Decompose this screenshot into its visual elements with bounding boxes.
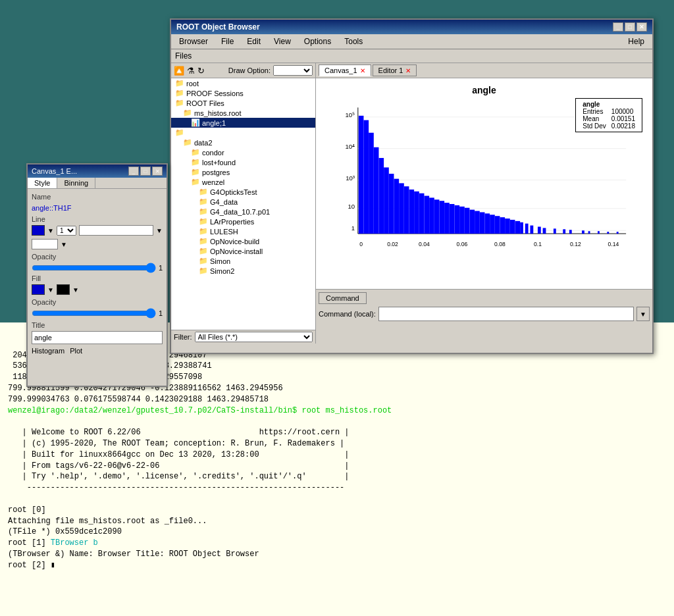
legend-entries-value: 100000: [609, 108, 638, 115]
tree-item-lulesh[interactable]: 📁 LULESH: [171, 226, 315, 236]
fill-pattern-box[interactable]: [57, 284, 70, 295]
tree-item-label: ms_histos.root: [194, 109, 242, 117]
tree-item-data2[interactable]: 📁 data2: [171, 138, 315, 147]
files-bar: Files: [171, 49, 652, 63]
histogram-container: angle angle Entries 100000 Mean 0.00151: [316, 78, 652, 289]
maximize-button[interactable]: □: [625, 22, 635, 32]
tree-item-lostfound[interactable]: 📁 lost+found: [171, 157, 315, 167]
draw-option-select[interactable]: [273, 65, 313, 76]
svg-rect-60: [582, 230, 584, 234]
minimize-button[interactable]: _: [613, 22, 623, 32]
tree-item-proof[interactable]: 📁 PROOF Sessions: [171, 88, 315, 98]
svg-rect-52: [520, 222, 523, 234]
line-row: ▼ 1 2 ▼: [32, 225, 163, 236]
tree-item-label: root: [186, 80, 199, 88]
title-input[interactable]: [32, 331, 163, 344]
canvas-tab-1[interactable]: Canvas_1 ✕: [319, 64, 371, 76]
terminal-line: [8, 494, 666, 505]
filter-bar: Filter: All Files (*.*): [171, 330, 315, 344]
svg-rect-32: [419, 193, 425, 234]
tab-style[interactable]: Style: [28, 178, 57, 188]
tree-item-angle[interactable]: 📊 angle;1: [171, 118, 315, 128]
editor-body: Name angle::TH1F Line ▼ 1 2 ▼ ▼ Opacity …: [28, 189, 167, 359]
tab-binning[interactable]: Binning: [57, 178, 95, 188]
terminal-prompt: wenzel@irago:/data2/wenzel/gputest_10.7.…: [8, 405, 666, 417]
opacity-value: 1: [159, 264, 163, 272]
command-input[interactable]: [378, 307, 634, 321]
editor-maximize-button[interactable]: □: [140, 167, 151, 176]
opacity-slider[interactable]: [32, 263, 156, 273]
sort-icon[interactable]: 🔼: [174, 66, 184, 76]
fill-color-box[interactable]: [32, 284, 45, 295]
menu-tools[interactable]: Tools: [339, 36, 368, 47]
menu-view[interactable]: View: [269, 36, 296, 47]
terminal-line: ----------------------------------------…: [8, 482, 666, 494]
tree-item-postgres[interactable]: 📁 postgres: [171, 167, 315, 177]
svg-text:10⁵: 10⁵: [345, 111, 355, 118]
tree-item-g4data[interactable]: 📁 G4_data: [171, 197, 315, 207]
menu-help[interactable]: Help: [623, 36, 650, 47]
menu-file[interactable]: File: [216, 36, 239, 47]
menu-edit[interactable]: Edit: [242, 36, 266, 47]
editor-window: Canvas_1 E... _ □ ✕ Style Binning Name a…: [26, 163, 168, 387]
refresh-icon[interactable]: ↻: [197, 66, 205, 76]
svg-rect-59: [569, 230, 572, 234]
editor-close-button[interactable]: ✕: [152, 167, 163, 176]
histogram-label: Histogram: [32, 347, 65, 355]
folder-icon: 📁: [199, 227, 208, 236]
svg-rect-45: [484, 213, 490, 234]
editor-tab-close[interactable]: ✕: [405, 67, 411, 74]
tree-item-wenzel[interactable]: 📁 wenzel: [171, 177, 315, 187]
editor-tab-1[interactable]: Editor 1 ✕: [373, 64, 417, 76]
tree-item-simon[interactable]: 📁 Simon: [171, 256, 315, 266]
canvas-tab-close[interactable]: ✕: [360, 67, 365, 74]
tree-item-condor[interactable]: 📁 condor: [171, 147, 315, 157]
filter-icon[interactable]: ⚗: [187, 66, 195, 76]
command-tab[interactable]: Command: [319, 292, 367, 304]
opacity-slider-row: 1: [32, 263, 163, 273]
filter-select[interactable]: All Files (*.*): [195, 332, 313, 342]
svg-rect-50: [510, 220, 515, 234]
svg-rect-53: [525, 224, 529, 234]
draw-option: Draw Option:: [228, 65, 313, 76]
folder-icon: 📁: [191, 148, 200, 157]
canvas-panel: Canvas_1 ✕ Editor 1 ✕ angle angle: [316, 63, 652, 344]
tab-style-label: Style: [34, 179, 50, 187]
svg-text:0.02: 0.02: [387, 241, 398, 247]
fill-opacity-slider-row: 1: [32, 308, 163, 319]
svg-rect-42: [469, 210, 475, 234]
line-style2[interactable]: [32, 239, 58, 249]
menu-options[interactable]: Options: [299, 36, 336, 47]
tree-item-simon2[interactable]: 📁 Simon2: [171, 266, 315, 276]
command-dropdown-button[interactable]: ▼: [636, 307, 650, 321]
line-width-select[interactable]: 1 2: [57, 226, 76, 236]
folder-icon: 📁: [199, 247, 208, 255]
tree-item-root[interactable]: 📁 root: [171, 78, 315, 88]
svg-rect-34: [429, 197, 434, 234]
terminal-line: Attaching file ms_histos.root as _file0.…: [8, 516, 666, 527]
line-style-selector[interactable]: [79, 225, 153, 236]
tree-content[interactable]: 📁 root 📁 PROOF Sessions 📁 ROOT Files 📁: [171, 78, 315, 330]
close-button[interactable]: ✕: [636, 22, 647, 32]
plot-label: Plot: [70, 347, 82, 355]
editor-window-title: Canvas_1 E...: [32, 167, 77, 175]
terminal-line: root [1] TBrowser b: [8, 538, 666, 549]
editor-minimize-button[interactable]: _: [128, 167, 139, 176]
tree-item-rootfiles[interactable]: 📁 ROOT Files: [171, 98, 315, 108]
svg-rect-35: [434, 199, 440, 234]
tree-item-mshistos[interactable]: 📁 ms_histos.root: [171, 108, 315, 118]
fill-opacity-slider[interactable]: [32, 308, 156, 319]
root-browser-window: ROOT Object Browser _ □ ✕ Browser File E…: [170, 18, 654, 354]
menu-browser[interactable]: Browser: [174, 36, 213, 47]
folder-icon: 📁: [183, 138, 192, 147]
tree-item-opnovice-install[interactable]: 📁 OpNovice-install: [171, 246, 315, 256]
opacity-label: Opacity: [32, 253, 163, 261]
tree-item-opnovice-build[interactable]: 📁 OpNovice-build: [171, 236, 315, 246]
line-color-box[interactable]: [32, 225, 45, 236]
fill-row: ▼ ▼: [32, 284, 163, 295]
tree-item-slash[interactable]: 📁: [171, 128, 315, 138]
tree-item-g4optics[interactable]: 📁 G4OpticksTest: [171, 187, 315, 197]
canvas-area[interactable]: angle angle Entries 100000 Mean 0.00151: [316, 78, 652, 289]
tree-item-lar[interactable]: 📁 LArProperties: [171, 217, 315, 226]
tree-item-g4data2[interactable]: 📁 G4_data_10.7.p01: [171, 207, 315, 217]
